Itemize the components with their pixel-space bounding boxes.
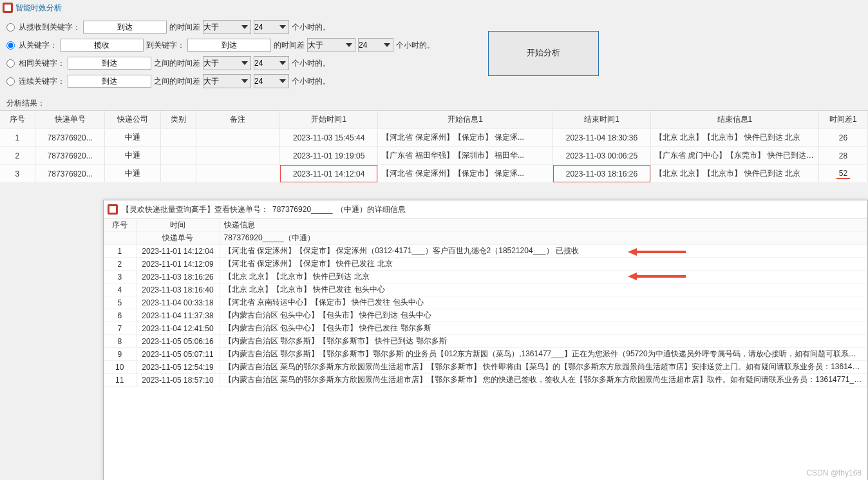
detail-row[interactable]: 52023-11-04 00:33:18【河北省 京南转运中心】【保定市】 快件… (104, 296, 867, 309)
detail-row[interactable]: 32023-11-03 18:16:26【北京 北京】【北京市】 快件已到达 北… (104, 271, 867, 283)
detail-row[interactable]: 42023-11-03 18:16:40【北京 北京】【北京市】 快件已发往 包… (104, 283, 867, 296)
detail-grid: 序号 时间 快递信息 快递单号 787376920_____（中通） 12023… (104, 219, 867, 480)
opt4-keyword-input[interactable] (68, 75, 151, 88)
col-einfo[interactable]: 结束信息1 (651, 111, 819, 129)
dcell-idx: 4 (104, 283, 136, 296)
cell-remark (196, 147, 279, 165)
detail-titlebar[interactable]: 【灵欢快递批量查询高手】查看快递单号： 787376920_____ （中通）的… (104, 200, 867, 219)
cell-idx: 2 (0, 147, 35, 165)
cell-sinfo: 【广东省 福田华强】【深圳市】 福田华... (378, 147, 553, 165)
radio-opt4[interactable] (6, 77, 15, 86)
dsub-1: 快递单号 (136, 232, 220, 245)
col-remark[interactable]: 备注 (196, 111, 279, 129)
col-etime[interactable]: 结束时间1 (552, 111, 650, 129)
opt1-hours-select[interactable]: 24 (254, 20, 289, 34)
dcell-idx: 5 (104, 296, 136, 309)
table-row[interactable]: 1787376920...中通2023-11-03 15:45:44【河北省 保… (0, 129, 868, 147)
opt1-op-select[interactable]: 大于 (203, 20, 251, 34)
cell-sinfo: 【河北省 保定涿州】【保定市】 保定涿... (378, 129, 553, 147)
detail-title-no: 787376920_____ (272, 200, 332, 218)
col-cat[interactable]: 类别 (161, 111, 196, 129)
col-idx[interactable]: 序号 (0, 111, 35, 129)
filter-row-3: 相同关键字： 之间的时间差 大于 24 个小时的。 (6, 54, 862, 72)
dcell-time: 2023-11-03 18:16:26 (136, 271, 220, 283)
table-row[interactable]: 3787376920...中通2023-11-01 14:12:04【河北省 保… (0, 165, 868, 183)
dcol-idx[interactable]: 序号 (104, 219, 136, 232)
filter-form: 从揽收到关键字： 的时间差 大于 24 个小时的。 从关键字： 到关键字： 的时… (0, 15, 868, 94)
cell-no: 787376920... (35, 129, 105, 147)
dcell-info: 【内蒙古自治区 包头中心】【包头市】 快件已发往 鄂尔多斯 (220, 322, 867, 335)
opt2-kw1-input[interactable] (60, 39, 144, 52)
radio-opt2[interactable] (6, 41, 15, 50)
dcell-idx: 11 (104, 374, 136, 387)
cell-cat (161, 165, 196, 183)
cell-stime: 2023-11-03 15:45:44 (280, 129, 378, 147)
detail-row[interactable]: 12023-11-01 14:12:04【河北省 保定涿州】【保定市】 保定涿州… (104, 245, 867, 258)
cell-etime: 2023-11-04 18:30:36 (552, 129, 650, 147)
detail-row[interactable]: 102023-11-05 12:54:19【内蒙古自治区 菜鸟的鄂尔多斯东方欣园… (104, 361, 867, 374)
opt2-kw2-input[interactable] (187, 39, 271, 52)
cell-co: 中通 (105, 129, 161, 147)
table-row[interactable]: 2787376920...中通2023-11-01 19:19:05【广东省 福… (0, 147, 868, 165)
cell-co: 中通 (105, 147, 161, 165)
opt4-op-select[interactable]: 大于 (203, 74, 251, 88)
dcell-idx: 2 (104, 258, 136, 271)
opt3-keyword-input[interactable] (68, 57, 151, 70)
dcol-time[interactable]: 时间 (136, 219, 220, 232)
cell-cat (161, 129, 196, 147)
detail-row[interactable]: 82023-11-05 05:06:16【内蒙古自治区 鄂尔多斯】【鄂尔多斯市】… (104, 335, 867, 348)
dcell-time: 2023-11-05 05:06:16 (136, 335, 220, 348)
detail-row[interactable]: 92023-11-05 05:07:11【内蒙古自治区 鄂尔多斯】【鄂尔多斯市】… (104, 348, 867, 361)
detail-popup: 【灵欢快递批量查询高手】查看快递单号： 787376920_____ （中通）的… (103, 200, 868, 480)
dcell-time: 2023-11-05 05:07:11 (136, 348, 220, 361)
dcell-time: 2023-11-01 14:12:04 (136, 245, 220, 258)
radio-opt1[interactable] (6, 23, 15, 32)
opt3-op-select[interactable]: 大于 (203, 56, 251, 70)
cell-remark (196, 129, 279, 147)
opt4-prefix: 连续关键字： (19, 76, 65, 87)
cell-einfo: 【北京 北京】【北京市】 快件已到达 北京 (651, 129, 819, 147)
col-no[interactable]: 快递单号 (35, 111, 105, 129)
filter-row-1: 从揽收到关键字： 的时间差 大于 24 个小时的。 (6, 18, 862, 36)
cell-diff: 52 (818, 165, 867, 183)
opt2-hours-select[interactable]: 24 (358, 38, 393, 52)
analyze-button[interactable]: 开始分析 (488, 31, 599, 76)
col-co[interactable]: 快递公司 (105, 111, 161, 129)
detail-row[interactable]: 22023-11-01 14:12:09【河北省 保定涿州】【保定市】 快件已发… (104, 258, 867, 271)
dcell-idx: 6 (104, 309, 136, 322)
detail-row[interactable]: 112023-11-05 18:57:10【内蒙古自治区 菜鸟的鄂尔多斯东方欣园… (104, 374, 867, 387)
cell-idx: 1 (0, 129, 35, 147)
dcell-idx: 7 (104, 322, 136, 335)
dcell-idx: 9 (104, 348, 136, 361)
opt2-prefix: 从关键字： (19, 40, 57, 51)
opt1-keyword-input[interactable] (83, 21, 167, 34)
col-diff[interactable]: 时间差1 (818, 111, 867, 129)
dcell-info: 【河北省 保定涿州】【保定市】 快件已发往 北京 (220, 258, 867, 271)
cell-stime: 2023-11-01 19:19:05 (280, 147, 378, 165)
opt3-hours-select[interactable]: 24 (254, 56, 289, 70)
col-sinfo[interactable]: 开始信息1 (378, 111, 553, 129)
col-stime[interactable]: 开始时间1 (280, 111, 378, 129)
detail-row[interactable]: 72023-11-04 12:41:50【内蒙古自治区 包头中心】【包头市】 快… (104, 322, 867, 335)
opt4-hours-select[interactable]: 24 (254, 74, 289, 88)
cell-no: 787376920... (35, 147, 105, 165)
detail-title-prefix: 【灵欢快递批量查询高手】查看快递单号： (122, 200, 269, 218)
dsub-2: 787376920_____（中通） (220, 232, 867, 245)
detail-row[interactable]: 62023-11-04 11:37:38【内蒙古自治区 包头中心】【包头市】 快… (104, 309, 867, 322)
dcol-info[interactable]: 快递信息 (220, 219, 867, 232)
opt2-op-select[interactable]: 大于 (307, 38, 355, 52)
opt3-prefix: 相同关键字： (19, 58, 65, 69)
cell-etime: 2023-11-03 00:06:25 (552, 147, 650, 165)
detail-header-row: 序号 时间 快递信息 (104, 219, 867, 232)
dcell-time: 2023-11-04 00:33:18 (136, 296, 220, 309)
opt1-suffix: 个小时的。 (292, 22, 330, 33)
cell-diff: 26 (818, 129, 867, 147)
dcell-time: 2023-11-04 11:37:38 (136, 309, 220, 322)
opt1-prefix: 从揽收到关键字： (19, 22, 80, 33)
cell-sinfo: 【河北省 保定涿州】【保定市】 保定涿... (378, 165, 553, 183)
dcell-time: 2023-11-03 18:16:40 (136, 283, 220, 296)
detail-subheader-row: 快递单号 787376920_____（中通） (104, 232, 867, 245)
opt4-suffix: 个小时的。 (292, 76, 330, 87)
cell-einfo: 【北京 北京】【北京市】 快件已到达 北京 (651, 165, 819, 183)
radio-opt3[interactable] (6, 59, 15, 68)
